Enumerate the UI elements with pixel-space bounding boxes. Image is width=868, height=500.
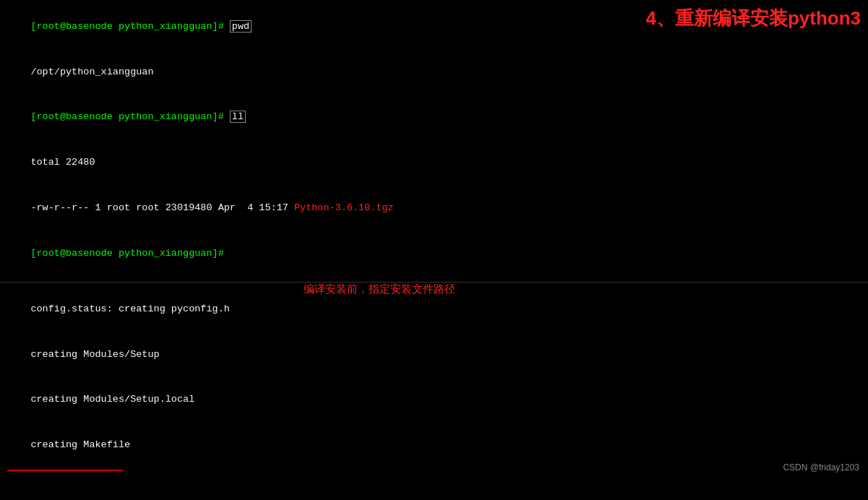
bottom-blank [7,474,861,477]
output-perms1: -rw-r--r-- 1 root root 23019480 Apr 4 15… [30,202,294,213]
terminal-line-total1: total 22480 [7,140,861,186]
bottom-line3: creating Modules/Setup.local [7,378,861,423]
prompt: [root@basenode python_xiangguan]# [30,248,229,259]
divider [7,470,123,471]
prompt: [root@basenode python_xiangguan]# [30,21,229,32]
output-tgz1: Python-3.6.10.tgz [294,202,394,213]
annotation-configure: 编译安装前，指定安装文件路径 [304,283,455,295]
terminal-line-tar: [root@basenode python_xiangguan]# tar -z… [7,277,861,282]
bottom-line2: creating Modules/Setup [7,332,861,378]
annotation-configure-area: 编译安装前，指定安装文件路径 [304,283,455,296]
title-annotation: 4、重新编译安装python3 [645,6,861,31]
cmd-ll1: ll [230,111,246,123]
terminal-line-ll1: [root@basenode python_xiangguan]# ll [7,95,861,141]
terminal-bottom: 编译安装前，指定安装文件路径 config.status: creating p… [0,282,868,477]
bottom-line4: creating Makefile [7,423,861,468]
watermark: CSDN @friday1203 [783,462,859,473]
terminal-line-path: /opt/python_xiangguan [7,50,861,95]
terminal-line-tgz1: -rw-r--r-- 1 root root 23019480 Apr 4 15… [7,186,861,231]
output-path: /opt/python_xiangguan [30,66,153,77]
prompt: [root@basenode python_xiangguan]# [30,111,229,122]
output-total1: total 22480 [30,157,95,168]
terminal-top: 4、重新编译安装python3 [root@basenode python_xi… [0,0,868,282]
cmd-pwd: pwd [230,20,252,33]
terminal-line-empty1: [root@basenode python_xiangguan]# [7,231,861,277]
